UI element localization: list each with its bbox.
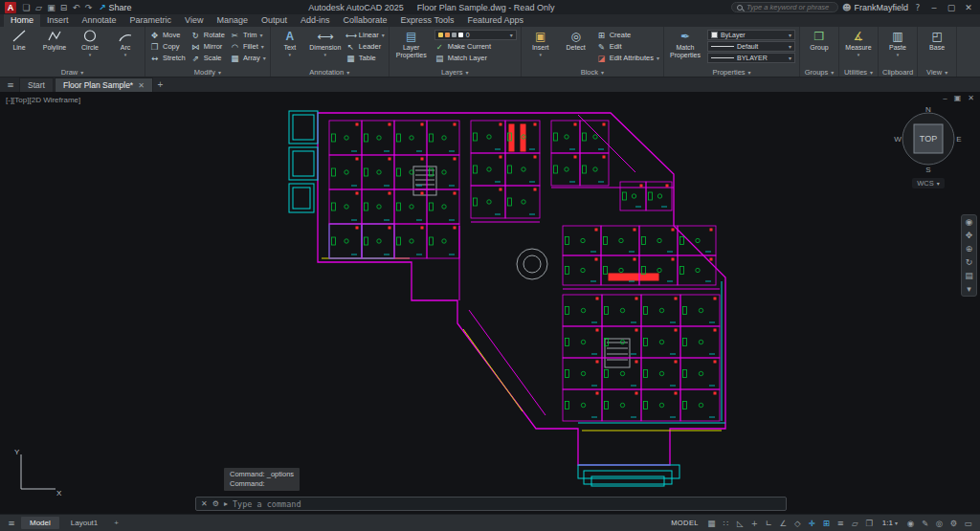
status-toggle-polar-tracking[interactable]: ∠ xyxy=(776,517,791,530)
layer-select[interactable]: 0 ▾ xyxy=(434,30,517,40)
rotate-button[interactable]: ↻Rotate xyxy=(190,30,225,40)
edit-block-button[interactable]: ✎Edit xyxy=(596,41,659,52)
fillet-button[interactable]: ◠Fillet▾ xyxy=(230,41,266,52)
panel-label-view[interactable]: View▾ xyxy=(922,67,952,77)
command-close-icon[interactable]: ✕ xyxy=(201,499,208,508)
status-toggle-clean-screen[interactable]: ▭ xyxy=(961,517,975,530)
start-tab[interactable]: Start xyxy=(19,77,54,92)
drawing-canvas[interactable]: [-][Top][2D Wireframe] – ▣ ✕ N S W E TOP… xyxy=(0,92,980,514)
wcs-selector[interactable]: WCS ▾ xyxy=(912,178,945,188)
new-layout-button[interactable]: + xyxy=(109,517,123,529)
status-toggle-isometric-drafting[interactable]: ◇ xyxy=(791,517,805,530)
insert-button[interactable]: ▣ Insert ▾ xyxy=(525,28,556,67)
ribbon-tab-view[interactable]: View xyxy=(178,14,210,27)
status-toggle-snap-mode[interactable]: ∷ xyxy=(719,517,733,530)
status-toggle-lineweight-display[interactable]: ≡ xyxy=(834,517,848,530)
ribbon-tab-express-tools[interactable]: Express Tools xyxy=(394,14,461,27)
leader-button[interactable]: ↖Leader xyxy=(345,41,385,52)
object-color-select[interactable]: ByLayer ▾ xyxy=(707,30,795,40)
ribbon-tab-output[interactable]: Output xyxy=(255,14,294,27)
viewcube[interactable]: N S W E TOP WCS ▾ xyxy=(892,103,965,188)
new-drawing-button[interactable]: + xyxy=(154,79,167,92)
layout1-tab[interactable]: Layout1 xyxy=(62,517,106,529)
navbar-more-icon[interactable]: ▾ xyxy=(967,284,971,294)
status-toggle-infer-constraints[interactable]: ◺ xyxy=(733,517,747,530)
show-motion-icon[interactable]: ▤ xyxy=(965,271,973,280)
viewport-minimize-icon[interactable]: – xyxy=(943,94,947,102)
mirror-button[interactable]: ⋈Mirror xyxy=(190,41,225,52)
model-space-indicator[interactable]: MODEL xyxy=(671,519,699,527)
panel-label-properties[interactable]: Properties▾ xyxy=(668,67,795,77)
model-tab[interactable]: Model xyxy=(21,517,59,529)
help-icon[interactable]: ? xyxy=(912,3,924,12)
status-toggle-isolate-objects[interactable]: ◎ xyxy=(932,517,947,530)
paste-button[interactable]: ▥ Paste ▾ xyxy=(882,28,913,67)
zoom-icon[interactable]: ⊕ xyxy=(966,244,973,254)
layer-properties-button[interactable]: ▤ Layer Properties xyxy=(393,28,430,67)
share-button[interactable]: ↗ Share xyxy=(99,3,132,12)
table-button[interactable]: ▦Table xyxy=(345,53,385,63)
edit-attributes-button[interactable]: ◪Edit Attributes▾ xyxy=(596,53,659,63)
base-button[interactable]: ◰ Base xyxy=(922,28,952,67)
ribbon-tab-add-ins[interactable]: Add-ins xyxy=(294,14,337,27)
panel-label-clipboard[interactable]: Clipboard xyxy=(882,67,913,77)
save-icon[interactable]: ▣ xyxy=(45,3,57,12)
maximize-button[interactable]: ▢ xyxy=(945,3,958,12)
panel-label-layers[interactable]: Layers▾ xyxy=(393,67,517,77)
minimize-button[interactable]: – xyxy=(927,3,941,12)
ribbon-tab-insert[interactable]: Insert xyxy=(40,14,76,27)
group-button[interactable]: ❒ Group xyxy=(804,28,835,67)
viewport-close-icon[interactable]: ✕ xyxy=(968,94,974,102)
panel-label-annotation[interactable]: Annotation▾ xyxy=(275,67,385,77)
status-menu-icon[interactable]: ≡ xyxy=(5,519,18,528)
command-line[interactable]: ✕ ⚙ ▸ xyxy=(195,497,787,511)
annotation-scale-control[interactable]: 1:1 ▾ xyxy=(878,519,902,527)
viewport-controls[interactable]: [-][Top][2D Wireframe] xyxy=(6,96,80,104)
panel-label-modify[interactable]: Modify▾ xyxy=(149,67,266,77)
drawing-tab[interactable]: Floor Plan Sample* ✕ xyxy=(55,77,153,92)
linetype-select[interactable]: BYLAYER ▾ xyxy=(707,53,795,63)
polyline-button[interactable]: Polyline xyxy=(39,28,70,67)
status-toggle-ortho-mode[interactable]: ∟ xyxy=(762,517,776,530)
detect-button[interactable]: ◎ Detect xyxy=(561,28,591,67)
ribbon-tab-home[interactable]: Home xyxy=(4,14,40,27)
status-toggle-annotation-monitor[interactable]: ✎ xyxy=(918,517,932,530)
ribbon-tab-parametric[interactable]: Parametric xyxy=(123,14,179,27)
account-menu[interactable]: ☻ FrankMayfield xyxy=(842,3,908,12)
close-button[interactable]: ✕ xyxy=(962,3,975,12)
create-block-button[interactable]: ⊞Create xyxy=(596,30,659,40)
copy-button[interactable]: ❐Copy xyxy=(149,41,186,52)
match-properties-button[interactable]: ✒ Match Properties xyxy=(668,28,702,67)
linear-button[interactable]: ⟷Linear▾ xyxy=(345,30,385,40)
status-toggle-grid[interactable]: ▦ xyxy=(704,517,719,530)
array-button[interactable]: ▦Array▾ xyxy=(230,53,266,63)
command-input[interactable] xyxy=(233,499,781,509)
command-customize-icon[interactable]: ⚙ xyxy=(212,499,219,508)
status-toggle-transparency[interactable]: ▱ xyxy=(848,517,862,530)
status-toggle-annotation-visibility[interactable]: ◉ xyxy=(903,517,918,530)
status-toggle-dynamic-input[interactable]: + xyxy=(747,517,762,530)
panel-label-utilities[interactable]: Utilities▾ xyxy=(843,67,874,77)
nav-bar[interactable]: ◉✥⊕↻▤▾ xyxy=(961,214,977,297)
scale-button[interactable]: ⇗Scale xyxy=(190,53,225,63)
app-logo-icon[interactable]: A xyxy=(5,2,16,13)
redo-icon[interactable]: ↷ xyxy=(82,3,95,12)
measure-button[interactable]: ∡ Measure ▾ xyxy=(843,28,874,67)
orbit-icon[interactable]: ↻ xyxy=(966,257,973,267)
lineweight-select[interactable]: Default ▾ xyxy=(707,41,795,52)
move-button[interactable]: ✥Move xyxy=(149,30,186,40)
panel-label-groups[interactable]: Groups▾ xyxy=(804,67,835,77)
ribbon-tab-manage[interactable]: Manage xyxy=(210,14,255,27)
text-button[interactable]: A Text ▾ xyxy=(275,28,305,67)
arc-button[interactable]: Arc ▾ xyxy=(110,28,141,67)
ribbon-tab-featured-apps[interactable]: Featured Apps xyxy=(460,14,530,27)
close-tab-icon[interactable]: ✕ xyxy=(138,81,145,90)
stretch-button[interactable]: ↔Stretch xyxy=(149,53,186,63)
panel-label-draw[interactable]: Draw▾ xyxy=(4,67,141,77)
trim-button[interactable]: ✂Trim▾ xyxy=(230,30,266,40)
pan-icon[interactable]: ✥ xyxy=(966,231,973,240)
dimension-button[interactable]: ⟷ Dimension ▾ xyxy=(310,28,341,67)
ribbon-tab-collaborate[interactable]: Collaborate xyxy=(337,14,394,27)
navigation-wheel-icon[interactable]: ◉ xyxy=(966,217,973,227)
search-input[interactable] xyxy=(746,3,833,11)
